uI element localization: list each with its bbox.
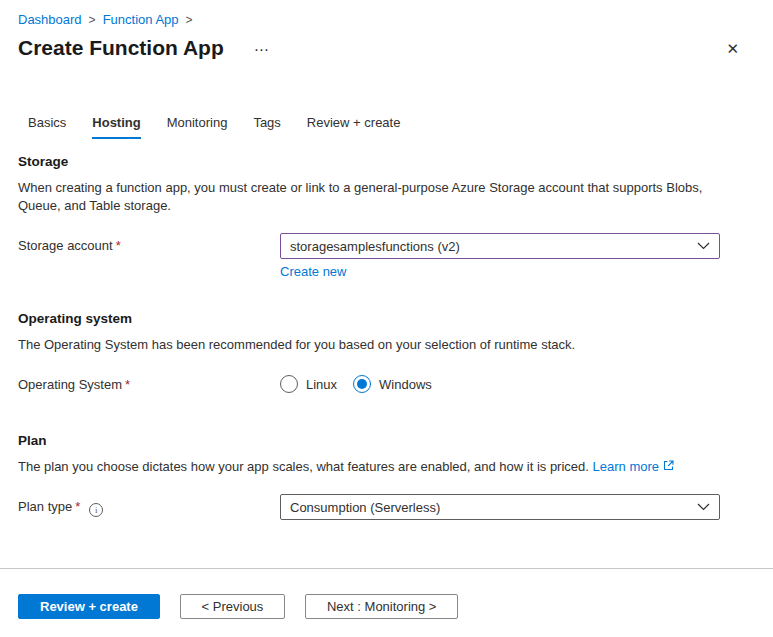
operating-system-label-text: Operating System <box>18 377 122 392</box>
breadcrumb-separator: > <box>186 13 193 27</box>
more-menu-icon[interactable]: ⋯ <box>254 41 270 59</box>
storage-account-field-row: Storage account* storagesamplesfunctions… <box>18 233 755 279</box>
radio-windows-label: Windows <box>379 377 432 392</box>
plan-type-value: Consumption (Serverless) <box>290 500 440 515</box>
tab-hosting[interactable]: Hosting <box>92 115 140 139</box>
radio-windows[interactable]: Windows <box>353 375 432 393</box>
plan-heading: Plan <box>18 433 755 448</box>
wizard-tabs: Basics Hosting Monitoring Tags Review + … <box>28 115 755 139</box>
plan-description-text: The plan you choose dictates how your ap… <box>18 459 589 474</box>
required-asterisk: * <box>125 377 130 392</box>
chevron-down-icon <box>697 503 710 511</box>
page-title: Create Function App <box>18 36 224 60</box>
close-icon[interactable]: ✕ <box>724 39 741 58</box>
operating-system-label: Operating System* <box>18 372 280 392</box>
next-monitoring-button[interactable]: Next : Monitoring > <box>305 594 458 619</box>
create-new-link[interactable]: Create new <box>280 264 346 279</box>
tab-basics[interactable]: Basics <box>28 115 66 139</box>
operating-system-field-row: Operating System* Linux Windows <box>18 372 755 393</box>
page-header: Create Function App ⋯ ✕ <box>18 36 755 60</box>
chevron-down-icon <box>697 242 710 250</box>
radio-linux-label: Linux <box>306 377 337 392</box>
required-asterisk: * <box>116 238 121 253</box>
storage-description: When creating a function app, you must c… <box>18 179 741 215</box>
breadcrumb: Dashboard>Function App> <box>18 0 755 27</box>
plan-type-label-text: Plan type <box>18 499 72 514</box>
breadcrumb-link-function-app[interactable]: Function App <box>103 12 179 27</box>
storage-account-dropdown[interactable]: storagesamplesfunctions (v2) <box>280 233 720 259</box>
section-plan: Plan The plan you choose dictates how yo… <box>18 433 755 520</box>
storage-account-control: storagesamplesfunctions (v2) Create new <box>280 233 720 279</box>
section-operating-system: Operating system The Operating System ha… <box>18 311 755 393</box>
breadcrumb-separator: > <box>89 13 96 27</box>
radio-selected-icon <box>353 375 371 393</box>
info-icon[interactable]: i <box>89 503 103 517</box>
required-asterisk: * <box>75 499 80 514</box>
external-link-icon <box>663 459 674 474</box>
plan-type-control: Consumption (Serverless) <box>280 494 720 520</box>
previous-button[interactable]: < Previous <box>180 594 286 619</box>
breadcrumb-link-dashboard[interactable]: Dashboard <box>18 12 82 27</box>
review-create-button[interactable]: Review + create <box>18 594 160 619</box>
plan-type-dropdown[interactable]: Consumption (Serverless) <box>280 494 720 520</box>
tab-monitoring[interactable]: Monitoring <box>167 115 228 139</box>
storage-account-value: storagesamplesfunctions (v2) <box>290 239 460 254</box>
tab-tags[interactable]: Tags <box>253 115 280 139</box>
storage-heading: Storage <box>18 154 755 169</box>
wizard-footer: Review + create < Previous Next : Monito… <box>0 568 773 637</box>
section-storage: Storage When creating a function app, yo… <box>18 154 755 279</box>
storage-account-label-text: Storage account <box>18 238 113 253</box>
radio-linux[interactable]: Linux <box>280 375 337 393</box>
radio-unselected-icon <box>280 375 298 393</box>
operating-system-description: The Operating System has been recommende… <box>18 336 741 354</box>
storage-account-label: Storage account* <box>18 233 280 253</box>
plan-description: The plan you choose dictates how your ap… <box>18 458 741 476</box>
operating-system-heading: Operating system <box>18 311 755 326</box>
learn-more-link[interactable]: Learn more <box>593 459 659 474</box>
os-radio-group: Linux Windows <box>280 372 432 393</box>
tab-review-create[interactable]: Review + create <box>307 115 401 139</box>
plan-type-label: Plan type*i <box>18 494 280 517</box>
plan-type-field-row: Plan type*i Consumption (Serverless) <box>18 494 755 520</box>
